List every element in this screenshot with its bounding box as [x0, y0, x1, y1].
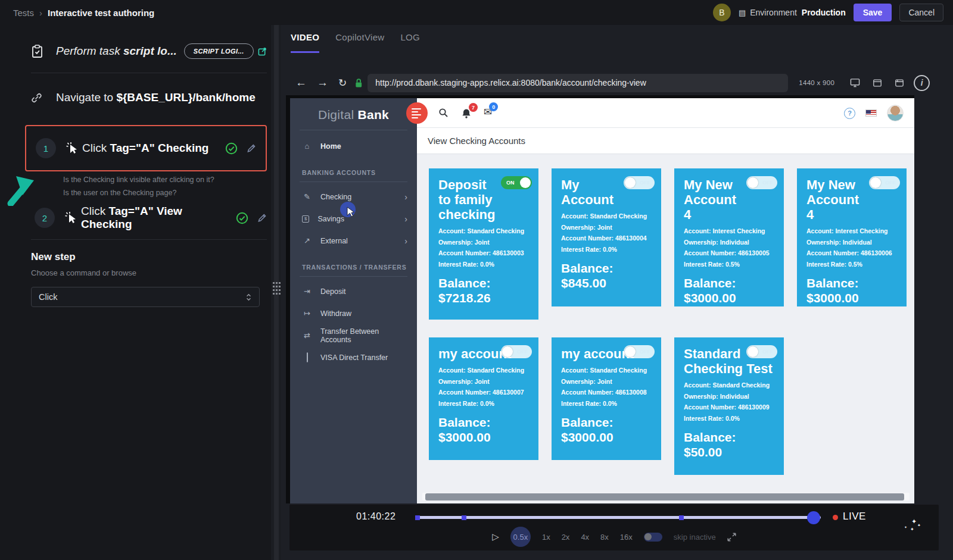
account-card[interactable]: OFF My New Account 4 Account: Interest C… — [797, 168, 907, 306]
script-logic-chip[interactable]: SCRIPT LOGI... — [184, 43, 254, 59]
bank-nav-transfer[interactable]: ⇄ Transfer Between Accounts — [290, 324, 417, 346]
account-card[interactable]: OFF my account Account: Standard Checkin… — [429, 337, 538, 460]
horizontal-scrollbar[interactable] — [422, 493, 910, 500]
account-toggle[interactable]: OFF — [746, 345, 777, 358]
account-card[interactable]: ON Deposit to family checking Account: S… — [429, 168, 538, 320]
desktop-size-button[interactable] — [850, 78, 860, 87]
app-window: Tests › Interactive test authoring B ▤ E… — [0, 0, 953, 560]
scrollbar-thumb[interactable] — [425, 493, 904, 500]
messages-badge: 0 — [489, 102, 498, 111]
account-card[interactable]: OFF Standard Checking Test Account: Stan… — [674, 337, 784, 475]
step-2-row[interactable]: 2 Click Tag="A" View Checking — [35, 204, 267, 232]
balance-value: $7218.26 — [438, 291, 491, 305]
account-toggle[interactable]: OFF — [746, 176, 777, 189]
divider — [31, 239, 267, 240]
breadcrumb-tests-link[interactable]: Tests — [13, 8, 34, 18]
account-toggle[interactable]: OFF — [869, 176, 900, 189]
speed-8x-button[interactable]: 8x — [600, 533, 609, 542]
account-card[interactable]: OFF My Account Account: Standard Checkin… — [552, 168, 661, 306]
account-type: Account: Standard Checking — [684, 381, 776, 389]
bank-nav-checking[interactable]: ✎ Checking › — [290, 186, 417, 208]
browser-refresh-button[interactable]: ↻ — [338, 77, 347, 89]
toggle-label: OFF — [885, 180, 896, 186]
step-1-validated-icon[interactable] — [225, 142, 238, 155]
bank-user-avatar[interactable] — [887, 105, 904, 121]
skip-inactive-toggle[interactable] — [644, 533, 662, 542]
bank-nav-savings[interactable]: $ Savings › — [290, 208, 417, 230]
speed-2x-button[interactable]: 2x — [562, 533, 570, 542]
account-type: Account: Standard Checking — [561, 367, 653, 374]
step-1-edit-icon[interactable] — [246, 143, 256, 154]
tab-copilotview[interactable]: CopilotView — [335, 32, 384, 53]
account-balance: Balance:$3000.00 — [438, 415, 530, 445]
step-2-text: Click Tag="A" View Checking — [81, 205, 236, 231]
bank-nav-home[interactable]: ⌂ Home — [290, 135, 417, 157]
viewport-resolution: 1440 x 900 — [799, 79, 834, 86]
hamburger-menu-icon[interactable] — [406, 102, 428, 124]
live-dot-icon — [833, 515, 838, 520]
save-button[interactable]: Save — [854, 4, 892, 21]
messages-icon[interactable]: ✉ 0 — [484, 107, 492, 117]
command-select[interactable]: Click — [31, 287, 260, 307]
task-step-prefix: Perform task — [56, 45, 123, 57]
player-progress-handle[interactable] — [807, 511, 820, 524]
environment-label: Environment — [750, 8, 797, 17]
account-toggle[interactable]: ON — [501, 176, 532, 189]
panel-splitter[interactable] — [271, 25, 281, 560]
speed-0-5x-button[interactable]: 0.5x — [510, 527, 531, 547]
bank-nav-withdraw[interactable]: ↦ Withdraw — [290, 302, 417, 324]
search-icon[interactable] — [438, 108, 449, 118]
cancel-button[interactable]: Cancel — [899, 4, 943, 21]
browser-forward-button[interactable]: → — [317, 76, 328, 89]
balance-label: Balance: — [684, 276, 736, 290]
bank-nav-label: VISA Direct Transfer — [320, 353, 388, 362]
step-2-validated-icon[interactable] — [236, 212, 248, 224]
us-flag-icon[interactable] — [865, 110, 877, 117]
url-input[interactable]: http://prod.dbank.staging-apps.relicx.ai… — [368, 74, 788, 92]
bank-nav-external[interactable]: ↗ External › — [290, 230, 417, 252]
notifications-bell-icon[interactable]: 7 — [461, 108, 472, 119]
bank-logo: Digital Bank — [290, 98, 417, 130]
play-icon[interactable]: ▷ — [492, 531, 499, 542]
info-icon[interactable]: i — [914, 75, 930, 91]
browser-back-button[interactable]: ← — [295, 76, 307, 89]
speed-1x-button[interactable]: 1x — [542, 533, 550, 542]
fullscreen-expand-icon[interactable] — [727, 533, 736, 542]
updown-chevron-icon — [245, 292, 252, 302]
live-label: LIVE — [843, 511, 866, 523]
bank-app: Digital Bank ⌂ Home BANKING ACCOUNTS ✎ C… — [290, 98, 914, 503]
user-avatar[interactable]: B — [713, 4, 731, 21]
transfer-icon: ⇄ — [302, 331, 312, 340]
player-progress-track[interactable] — [416, 516, 821, 519]
tablet-size-button[interactable] — [873, 79, 882, 87]
tab-video[interactable]: VIDEO — [291, 32, 319, 53]
balance-label: Balance: — [684, 430, 736, 444]
bank-nav-deposit[interactable]: ⇥ Deposit — [290, 280, 417, 302]
lock-icon — [354, 78, 363, 88]
navigate-step-row[interactable]: Navigate to ${BASE_URL}/bank/home — [31, 83, 267, 112]
splitter-grip-handle[interactable] — [273, 282, 281, 296]
tab-log[interactable]: LOG — [400, 32, 420, 53]
step-1-number: 1 — [36, 138, 56, 158]
task-step-row[interactable]: Perform task script lo... SCRIPT LOGI... — [31, 36, 268, 67]
step-1-row[interactable]: 1 Click Tag="A" Checking — [25, 125, 267, 171]
bank-nav-visa-transfer[interactable]: VISA Direct Transfer — [290, 346, 417, 368]
speed-4x-button[interactable]: 4x — [581, 533, 589, 542]
help-icon[interactable]: ? — [844, 108, 855, 119]
account-number: Account Number: 486130007 — [438, 389, 530, 396]
speed-16x-button[interactable]: 16x — [620, 533, 633, 542]
bank-nav-label: Transfer Between Accounts — [320, 327, 407, 344]
account-number: Account Number: 486130006 — [806, 249, 898, 256]
mobile-size-button[interactable] — [895, 79, 904, 87]
account-toggle[interactable]: OFF — [624, 345, 655, 358]
account-card[interactable]: OFF My New Account 4 Account: Interest C… — [674, 168, 784, 306]
account-toggle[interactable]: OFF — [624, 176, 655, 189]
step-2-edit-icon[interactable] — [257, 213, 267, 223]
balance-label: Balance: — [561, 415, 613, 429]
account-toggle[interactable]: OFF — [501, 345, 532, 358]
edit-script-icon[interactable] — [258, 47, 267, 56]
environment-selector[interactable]: Production — [802, 8, 846, 17]
balance-value: $3000.00 — [806, 291, 859, 305]
account-card[interactable]: OFF my account Account: Standard Checkin… — [552, 337, 661, 460]
account-ownership: Ownership: Joint — [438, 239, 530, 246]
